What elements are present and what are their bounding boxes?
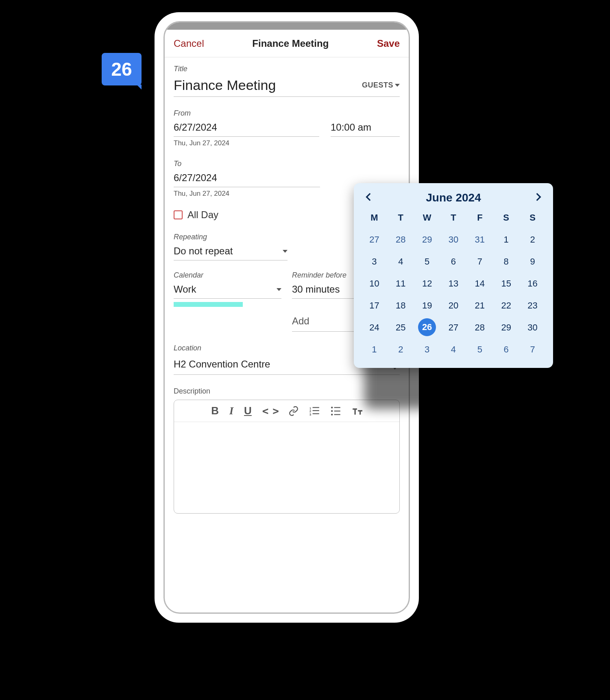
datepicker-day[interactable]: 28 bbox=[388, 230, 414, 249]
calendar-label: Calendar bbox=[174, 271, 281, 280]
svg-point-8 bbox=[331, 410, 333, 411]
datepicker-day[interactable]: 5 bbox=[414, 252, 440, 271]
datepicker-day[interactable]: 11 bbox=[388, 274, 414, 293]
datepicker-day[interactable]: 25 bbox=[388, 318, 414, 337]
datepicker-day[interactable]: 27 bbox=[440, 318, 467, 337]
datepicker-day[interactable]: 31 bbox=[466, 230, 493, 249]
datepicker-day[interactable]: 3 bbox=[414, 340, 440, 359]
datepicker-day[interactable]: 1 bbox=[361, 340, 388, 359]
guests-label: GUESTS bbox=[362, 81, 393, 90]
from-date-input[interactable]: 6/27/2024 bbox=[174, 119, 319, 137]
from-label: From bbox=[174, 109, 319, 118]
app-bar: Cancel Finance Meeting Save bbox=[165, 30, 409, 57]
datepicker-day[interactable]: 14 bbox=[466, 274, 493, 293]
guests-button[interactable]: GUESTS bbox=[362, 81, 400, 90]
datepicker-day[interactable]: 29 bbox=[414, 230, 440, 249]
datepicker-day[interactable]: 6 bbox=[440, 252, 467, 271]
calendar-day-badge: 26 bbox=[102, 53, 142, 85]
text-size-button[interactable] bbox=[352, 406, 362, 416]
datepicker-day[interactable]: 16 bbox=[519, 274, 546, 293]
chevron-right-icon bbox=[533, 192, 543, 202]
svg-rect-9 bbox=[334, 410, 340, 411]
ordered-list-button[interactable]: 123 bbox=[309, 406, 320, 416]
page-title: Finance Meeting bbox=[252, 38, 329, 49]
datepicker-day[interactable]: 1 bbox=[493, 230, 519, 249]
calendar-color-swatch bbox=[174, 302, 243, 307]
datepicker-dow: F bbox=[466, 208, 493, 227]
underline-button[interactable]: U bbox=[244, 405, 252, 417]
datepicker-dow: S bbox=[519, 208, 546, 227]
save-button[interactable]: Save bbox=[377, 38, 400, 49]
svg-rect-3 bbox=[312, 410, 319, 411]
status-bar bbox=[165, 22, 409, 30]
datepicker-day[interactable]: 30 bbox=[519, 318, 546, 337]
datepicker-day[interactable]: 29 bbox=[493, 318, 519, 337]
prev-month-button[interactable] bbox=[364, 192, 374, 204]
datepicker-day[interactable]: 17 bbox=[361, 296, 388, 315]
datepicker-day[interactable]: 22 bbox=[493, 296, 519, 315]
datepicker-day[interactable]: 26 bbox=[418, 318, 436, 336]
datepicker-month-title: June 2024 bbox=[426, 191, 481, 204]
datepicker-day[interactable]: 21 bbox=[466, 296, 493, 315]
datepicker-day[interactable]: 19 bbox=[414, 296, 440, 315]
datepicker-day[interactable]: 5 bbox=[466, 340, 493, 359]
next-month-button[interactable] bbox=[533, 192, 543, 204]
datepicker-day[interactable]: 27 bbox=[361, 230, 388, 249]
datepicker-dow: T bbox=[440, 208, 467, 227]
svg-rect-7 bbox=[334, 407, 340, 408]
repeating-value: Do not repeat bbox=[174, 245, 233, 257]
cancel-button[interactable]: Cancel bbox=[174, 38, 204, 49]
caret-down-icon bbox=[395, 84, 400, 87]
to-date-input[interactable]: 6/27/2024 bbox=[174, 170, 320, 187]
datepicker-day[interactable]: 2 bbox=[519, 230, 546, 249]
svg-rect-5 bbox=[312, 413, 319, 414]
datepicker-day[interactable]: 18 bbox=[388, 296, 414, 315]
link-button[interactable] bbox=[288, 406, 299, 416]
datepicker-day[interactable]: 3 bbox=[361, 252, 388, 271]
datepicker-day[interactable]: 8 bbox=[493, 252, 519, 271]
datepicker-day[interactable]: 20 bbox=[440, 296, 467, 315]
datepicker-day[interactable]: 12 bbox=[414, 274, 440, 293]
bold-button[interactable]: B bbox=[211, 405, 219, 417]
calendar-select[interactable]: Work bbox=[174, 281, 281, 299]
datepicker-day[interactable]: 9 bbox=[519, 252, 546, 271]
datepicker-dow: M bbox=[361, 208, 388, 227]
code-button[interactable]: < > bbox=[262, 405, 278, 417]
title-input[interactable]: Finance Meeting bbox=[174, 77, 362, 93]
datepicker-day[interactable]: 28 bbox=[466, 318, 493, 337]
title-label: Title bbox=[174, 65, 400, 73]
all-day-checkbox[interactable] bbox=[174, 210, 183, 219]
svg-text:3: 3 bbox=[309, 412, 311, 416]
datepicker-day[interactable]: 10 bbox=[361, 274, 388, 293]
calendar-value: Work bbox=[174, 284, 196, 295]
datepicker-day[interactable]: 30 bbox=[440, 230, 467, 249]
unordered-list-button[interactable] bbox=[331, 406, 341, 416]
svg-point-10 bbox=[331, 413, 333, 415]
datepicker-day[interactable]: 15 bbox=[493, 274, 519, 293]
datepicker-day[interactable]: 4 bbox=[388, 252, 414, 271]
datepicker-day[interactable]: 7 bbox=[466, 252, 493, 271]
datepicker-day[interactable]: 24 bbox=[361, 318, 388, 337]
location-input[interactable]: H2 Convention Centre bbox=[174, 359, 270, 370]
repeating-select[interactable]: Do not repeat bbox=[174, 243, 288, 260]
reminder-value: 30 minutes bbox=[292, 284, 340, 295]
datepicker-dow: T bbox=[388, 208, 414, 227]
datepicker-day[interactable]: 7 bbox=[519, 340, 546, 359]
datepicker-day[interactable]: 2 bbox=[388, 340, 414, 359]
badge-number: 26 bbox=[111, 58, 132, 80]
from-date-subtext: Thu, Jun 27, 2024 bbox=[174, 139, 319, 147]
datepicker-day[interactable]: 6 bbox=[493, 340, 519, 359]
datepicker-dow: S bbox=[493, 208, 519, 227]
italic-button[interactable]: I bbox=[229, 405, 233, 417]
datepicker-day[interactable]: 23 bbox=[519, 296, 546, 315]
description-editor[interactable]: B I U < > 123 bbox=[174, 400, 400, 514]
datepicker-day[interactable]: 4 bbox=[440, 340, 467, 359]
to-label: To bbox=[174, 160, 400, 168]
datepicker-grid: MTWTFSS272829303112345678910111213141516… bbox=[361, 208, 546, 359]
spacer bbox=[331, 109, 400, 118]
datepicker-dow: W bbox=[414, 208, 440, 227]
datepicker-day[interactable]: 13 bbox=[440, 274, 467, 293]
caret-down-icon bbox=[277, 288, 281, 291]
from-time-input[interactable]: 10:00 am bbox=[331, 119, 400, 137]
svg-rect-1 bbox=[312, 407, 319, 408]
